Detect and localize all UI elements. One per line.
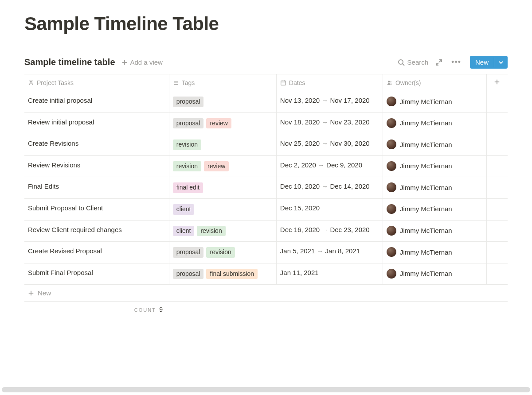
count-label: COUNT bbox=[134, 307, 156, 313]
owner-cell[interactable]: Jimmy McTiernan bbox=[383, 220, 486, 242]
task-cell[interactable]: Create initial proposal bbox=[24, 91, 169, 113]
tags-cell[interactable]: clientrevision bbox=[169, 220, 276, 242]
tags-cell[interactable]: proposalreview bbox=[169, 112, 276, 134]
expand-icon[interactable] bbox=[435, 59, 442, 66]
avatar bbox=[387, 247, 396, 257]
owner-name: Jimmy McTiernan bbox=[400, 184, 452, 191]
column-header-dates[interactable]: Dates bbox=[276, 74, 383, 91]
tags-cell[interactable]: final edit bbox=[169, 177, 276, 199]
task-cell[interactable]: Create Revisions bbox=[24, 134, 169, 156]
people-icon bbox=[387, 80, 393, 86]
owner-cell[interactable]: Jimmy McTiernan bbox=[383, 198, 486, 220]
tags-cell[interactable]: revision bbox=[169, 134, 276, 156]
new-row-button[interactable]: New bbox=[24, 285, 508, 302]
table-row[interactable]: Submit Final Proposalproposalfinal submi… bbox=[24, 263, 508, 285]
task-cell[interactable]: Final Edits bbox=[24, 177, 169, 199]
owner-cell[interactable]: Jimmy McTiernan bbox=[383, 91, 486, 113]
task-cell[interactable]: Submit Proposal to Client bbox=[24, 198, 169, 220]
owner-cell[interactable]: Jimmy McTiernan bbox=[383, 134, 486, 156]
owner-name: Jimmy McTiernan bbox=[400, 248, 452, 256]
table-row[interactable]: Review Client required changesclientrevi… bbox=[24, 220, 508, 242]
timeline-table: Project Tasks Tags Dates Owner(s) bbox=[24, 74, 508, 285]
new-button-dropdown[interactable] bbox=[494, 58, 508, 67]
owner-cell[interactable]: Jimmy McTiernan bbox=[383, 177, 486, 199]
table-row[interactable]: Review initial proposalproposalreviewNov… bbox=[24, 112, 508, 134]
table-row[interactable]: Review RevisionsrevisionreviewDec 2, 202… bbox=[24, 155, 508, 177]
task-cell[interactable]: Review Revisions bbox=[24, 155, 169, 177]
table-row[interactable]: Final Editsfinal editDec 10, 2020 → Dec … bbox=[24, 177, 508, 199]
owner-name: Jimmy McTiernan bbox=[400, 205, 452, 213]
dates-cell[interactable]: Jan 11, 2021 bbox=[276, 263, 383, 285]
dates-cell[interactable]: Dec 10, 2020 → Dec 14, 2020 bbox=[276, 177, 383, 199]
tag-pill: revision bbox=[173, 161, 201, 172]
empty-cell bbox=[486, 242, 508, 263]
tags-cell[interactable]: proposalrevision bbox=[169, 242, 276, 263]
empty-cell bbox=[486, 263, 508, 285]
task-cell[interactable]: Submit Final Proposal bbox=[24, 263, 169, 285]
search-label: Search bbox=[407, 58, 429, 66]
table-row[interactable]: Submit Proposal to ClientclientDec 15, 2… bbox=[24, 198, 508, 220]
avatar bbox=[387, 204, 396, 214]
search-button[interactable]: Search bbox=[398, 58, 429, 66]
owner-name: Jimmy McTiernan bbox=[400, 270, 452, 277]
empty-cell bbox=[486, 220, 508, 242]
column-header-owners[interactable]: Owner(s) bbox=[383, 74, 486, 91]
page-title[interactable]: Sample Timeline Table bbox=[24, 13, 508, 35]
search-icon bbox=[398, 59, 405, 66]
empty-cell bbox=[486, 198, 508, 220]
task-cell[interactable]: Review initial proposal bbox=[24, 112, 169, 134]
tag-pill: proposal bbox=[173, 269, 204, 279]
add-column-button[interactable] bbox=[486, 74, 508, 91]
dates-cell[interactable]: Dec 2, 2020 → Dec 9, 2020 bbox=[276, 155, 383, 177]
tag-pill: review bbox=[206, 118, 231, 129]
table-view-title[interactable]: Sample timeline table bbox=[24, 57, 115, 67]
tag-pill: proposal bbox=[173, 247, 204, 258]
owner-cell[interactable]: Jimmy McTiernan bbox=[383, 263, 486, 285]
svg-line-3 bbox=[403, 64, 404, 66]
calendar-icon bbox=[280, 80, 286, 86]
arrow-right-icon: → bbox=[317, 247, 323, 255]
table-row[interactable]: Create initial proposalproposalNov 13, 2… bbox=[24, 91, 508, 113]
tags-cell[interactable]: proposal bbox=[169, 91, 276, 113]
arrow-right-icon: → bbox=[321, 139, 328, 147]
table-row[interactable]: Create RevisionsrevisionNov 25, 2020 → N… bbox=[24, 134, 508, 156]
table-toolbar-left: Sample timeline table Add a view bbox=[24, 57, 163, 67]
task-cell[interactable]: Create Revised Proposal bbox=[24, 242, 169, 263]
svg-rect-4 bbox=[281, 81, 286, 85]
svg-point-8 bbox=[388, 81, 390, 82]
tag-pill: client bbox=[173, 204, 195, 215]
dates-cell[interactable]: Jan 5, 2021 → Jan 8, 2021 bbox=[276, 242, 383, 263]
avatar bbox=[387, 118, 396, 128]
avatar bbox=[387, 226, 396, 236]
list-icon bbox=[173, 80, 179, 86]
column-header-tasks[interactable]: Project Tasks bbox=[24, 74, 169, 91]
tag-pill: proposal bbox=[173, 118, 204, 129]
dates-cell[interactable]: Nov 13, 2020 → Nov 17, 2020 bbox=[276, 91, 383, 113]
plus-icon bbox=[121, 59, 128, 66]
owner-name: Jimmy McTiernan bbox=[400, 227, 452, 234]
tag-pill: revision bbox=[173, 139, 201, 150]
empty-cell bbox=[486, 112, 508, 134]
dates-cell[interactable]: Dec 15, 2020 bbox=[276, 198, 383, 220]
table-row[interactable]: Create Revised ProposalproposalrevisionJ… bbox=[24, 242, 508, 263]
column-header-dates-label: Dates bbox=[289, 79, 305, 86]
tags-cell[interactable]: proposalfinal submission bbox=[169, 263, 276, 285]
task-cell[interactable]: Review Client required changes bbox=[24, 220, 169, 242]
dates-cell[interactable]: Nov 18, 2020 → Nov 23, 2020 bbox=[276, 112, 383, 134]
add-view-label: Add a view bbox=[130, 58, 163, 66]
owner-cell[interactable]: Jimmy McTiernan bbox=[383, 155, 486, 177]
tags-cell[interactable]: client bbox=[169, 198, 276, 220]
count-value: 9 bbox=[159, 306, 163, 313]
owner-cell[interactable]: Jimmy McTiernan bbox=[383, 242, 486, 263]
more-options-button[interactable]: ••• bbox=[450, 58, 463, 67]
dates-cell[interactable]: Dec 16, 2020 → Dec 23, 2020 bbox=[276, 220, 383, 242]
tag-pill: proposal bbox=[173, 97, 204, 107]
new-button[interactable]: New bbox=[470, 56, 508, 69]
tags-cell[interactable]: revisionreview bbox=[169, 155, 276, 177]
chevron-down-icon bbox=[499, 60, 503, 65]
column-header-tags[interactable]: Tags bbox=[169, 74, 276, 91]
owner-cell[interactable]: Jimmy McTiernan bbox=[383, 112, 486, 134]
new-row-label: New bbox=[38, 289, 51, 297]
dates-cell[interactable]: Nov 25, 2020 → Nov 30, 2020 bbox=[276, 134, 383, 156]
add-view-button[interactable]: Add a view bbox=[121, 58, 163, 66]
